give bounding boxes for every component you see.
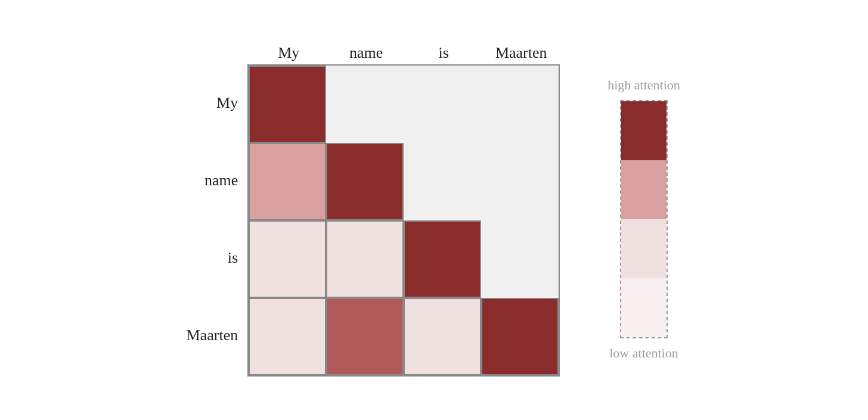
legend-seg-2 [621, 219, 666, 278]
cell-3-2 [404, 298, 481, 375]
cell-3-1 [326, 298, 404, 375]
grid-row-1 [249, 143, 559, 220]
legend-seg-3 [621, 278, 666, 337]
cell-0-2 [404, 66, 481, 143]
col-labels: My name is Maarten [250, 44, 560, 62]
cell-1-0 [249, 143, 326, 220]
legend-section: high attention low attention [607, 77, 680, 361]
cell-0-3 [481, 66, 559, 143]
grid-row-3 [249, 298, 559, 375]
cell-1-2 [404, 143, 481, 220]
legend-seg-0 [621, 101, 666, 160]
matrix-body: My name is Maarten [188, 64, 560, 377]
col-label-1: name [327, 44, 405, 62]
attention-matrix-grid [247, 64, 560, 377]
matrix-section: My name is Maarten My name is Maarten [188, 44, 560, 377]
row-label-1: name [188, 142, 247, 219]
cell-2-1 [326, 220, 404, 298]
high-attention-label: high attention [607, 77, 680, 93]
cell-2-2 [404, 220, 481, 298]
cell-0-0 [249, 66, 326, 143]
cell-3-3 [481, 298, 559, 375]
low-attention-label: low attention [609, 346, 678, 361]
cell-2-0 [249, 220, 326, 298]
grid-row-2 [249, 220, 559, 298]
legend-seg-1 [621, 160, 666, 219]
row-labels: My name is Maarten [188, 64, 247, 377]
legend-bar [620, 100, 668, 338]
col-label-3: Maarten [482, 44, 560, 62]
col-label-0: My [250, 44, 327, 62]
cell-1-3 [481, 143, 559, 220]
cell-2-3 [481, 220, 559, 298]
row-label-0: My [188, 64, 247, 142]
row-label-3: Maarten [188, 297, 247, 374]
col-label-2: is [405, 44, 482, 62]
main-container: My name is Maarten My name is Maarten [188, 44, 680, 377]
grid-row-0 [249, 66, 559, 143]
row-label-2: is [188, 219, 247, 297]
cell-0-1 [326, 66, 404, 143]
cell-1-1 [326, 143, 404, 220]
cell-3-0 [249, 298, 326, 375]
